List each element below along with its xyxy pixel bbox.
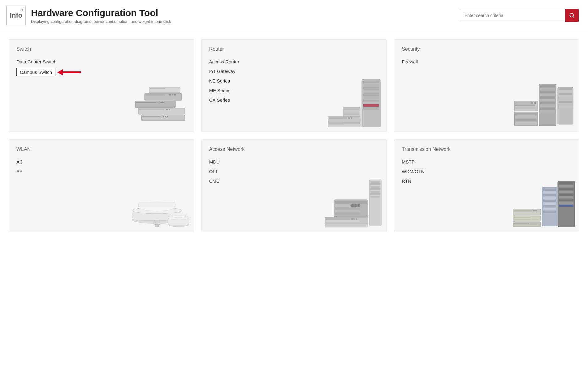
- svg-rect-137: [535, 210, 537, 211]
- svg-rect-140: [514, 217, 531, 218]
- svg-rect-112: [326, 220, 360, 222]
- svg-rect-34: [363, 107, 379, 110]
- svg-rect-120: [559, 196, 573, 198]
- router-hardware-image: [320, 84, 382, 127]
- security-card: Security Firewall: [394, 39, 579, 132]
- svg-rect-7: [163, 116, 164, 117]
- mdu-link[interactable]: MDU: [209, 157, 379, 167]
- access-network-hardware-image: [320, 184, 382, 228]
- svg-rect-22: [174, 94, 176, 96]
- svg-rect-82: [138, 202, 175, 207]
- svg-rect-11: [139, 109, 164, 110]
- svg-rect-97: [370, 196, 380, 198]
- campus-switch-row: Campus Switch: [16, 67, 186, 77]
- svg-rect-48: [329, 124, 344, 125]
- bottom-cards-grid: WLAN AC AP: [9, 139, 579, 232]
- svg-rect-44: [329, 117, 347, 119]
- data-center-switch-link[interactable]: Data Center Switch: [16, 57, 186, 66]
- svg-rect-9: [167, 116, 168, 117]
- svg-rect-31: [363, 96, 379, 99]
- security-card-items: Firewall: [402, 57, 572, 66]
- svg-rect-29: [363, 90, 379, 93]
- svg-rect-101: [351, 204, 354, 207]
- svg-rect-28: [363, 87, 379, 90]
- iot-gateway-link[interactable]: IoT Gateway: [209, 66, 379, 76]
- svg-rect-26: [363, 81, 379, 83]
- svg-rect-66: [559, 106, 572, 108]
- svg-rect-50: [540, 85, 555, 87]
- olt-link[interactable]: OLT: [209, 167, 379, 176]
- svg-rect-64: [559, 96, 572, 97]
- app-subtitle: Displaying configuration diagrams, power…: [31, 19, 171, 24]
- switch-card-items: Data Center Switch Campus Switch: [16, 57, 186, 78]
- router-card: Router Access Router IoT Gateway NE Seri…: [201, 39, 387, 132]
- svg-rect-129: [543, 200, 556, 202]
- transmission-network-card-title: Transmission Network: [402, 147, 572, 152]
- svg-rect-52: [540, 91, 555, 93]
- search-button[interactable]: [565, 9, 579, 22]
- firewall-link[interactable]: Firewall: [402, 57, 572, 66]
- svg-rect-53: [540, 94, 555, 96]
- svg-rect-15: [136, 102, 158, 103]
- svg-rect-123: [559, 205, 573, 207]
- svg-rect-38: [344, 113, 359, 115]
- svg-rect-24: [150, 88, 165, 89]
- campus-switch-link[interactable]: Campus Switch: [16, 68, 55, 76]
- svg-rect-6: [142, 116, 161, 117]
- svg-rect-127: [543, 194, 556, 196]
- switch-card: Switch Data Center Switch Campus Switch: [9, 39, 194, 132]
- svg-rect-106: [335, 213, 360, 215]
- header-left: + Info Hardware Configuration Tool Displ…: [6, 6, 171, 25]
- svg-rect-25: [362, 79, 380, 127]
- wlan-card-items: AC AP: [16, 157, 186, 176]
- svg-rect-94: [370, 188, 380, 190]
- main-content: Switch Data Center Switch Campus Switch: [0, 30, 588, 249]
- svg-rect-125: [543, 189, 556, 191]
- svg-rect-104: [335, 207, 360, 210]
- svg-rect-138: [514, 212, 540, 214]
- logo: + Info: [6, 6, 26, 25]
- ac-link[interactable]: AC: [16, 157, 186, 167]
- svg-rect-65: [559, 101, 572, 103]
- svg-rect-87: [171, 213, 186, 216]
- svg-rect-89: [155, 224, 159, 227]
- svg-rect-139: [513, 216, 541, 221]
- svg-rect-55: [540, 99, 555, 101]
- svg-rect-76: [515, 104, 535, 106]
- search-area: [460, 9, 579, 22]
- header-title-block: Hardware Configuration Tool Displaying c…: [31, 7, 171, 24]
- ap-link[interactable]: AP: [16, 167, 186, 176]
- svg-rect-91: [370, 181, 380, 183]
- svg-rect-58: [540, 108, 555, 110]
- svg-rect-13: [169, 109, 170, 110]
- svg-rect-93: [370, 186, 380, 188]
- svg-rect-141: [514, 219, 538, 220]
- svg-rect-144: [514, 225, 538, 226]
- svg-rect-19: [145, 94, 165, 96]
- svg-rect-103: [357, 204, 360, 207]
- svg-rect-115: [559, 182, 573, 185]
- app-title: Hardware Configuration Tool: [31, 7, 171, 19]
- access-network-card-title: Access Network: [209, 147, 379, 152]
- svg-rect-45: [348, 117, 350, 119]
- svg-rect-118: [559, 191, 573, 193]
- svg-rect-73: [515, 102, 531, 104]
- access-router-link[interactable]: Access Router: [209, 57, 379, 66]
- wdm-otn-link[interactable]: WDM/OTN: [402, 167, 572, 176]
- svg-rect-100: [335, 204, 350, 207]
- svg-rect-99: [335, 201, 367, 204]
- red-arrow-icon: [57, 67, 85, 77]
- svg-rect-70: [515, 119, 537, 121]
- svg-rect-12: [166, 109, 168, 110]
- mstp-link[interactable]: MSTP: [402, 157, 572, 167]
- svg-rect-3: [63, 71, 81, 73]
- search-input[interactable]: [460, 9, 565, 22]
- header: + Info Hardware Configuration Tool Displ…: [0, 0, 588, 30]
- switch-hardware-image: [128, 84, 189, 127]
- svg-rect-143: [514, 223, 529, 224]
- svg-rect-30: [363, 93, 379, 96]
- svg-rect-59: [540, 110, 555, 113]
- access-network-card: Access Network MDU OLT CMC: [201, 139, 387, 232]
- svg-rect-36: [344, 108, 359, 110]
- svg-rect-77: [515, 107, 535, 109]
